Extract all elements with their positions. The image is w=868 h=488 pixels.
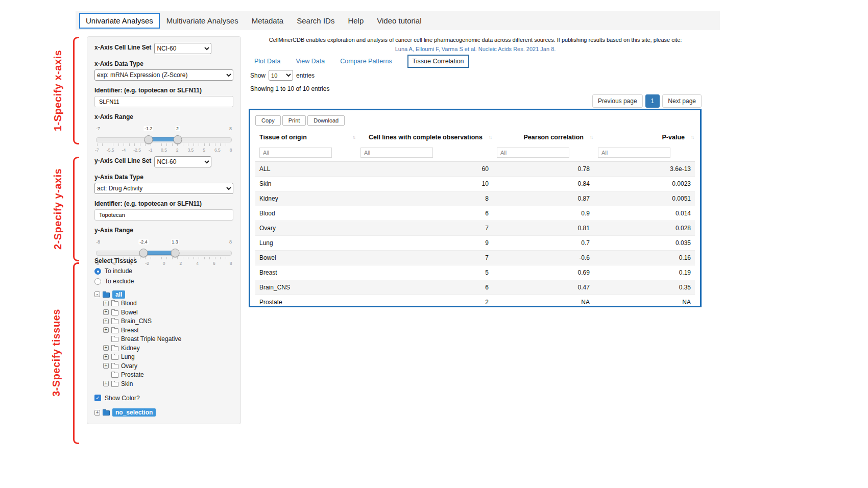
tree-node[interactable]: + Bowel — [103, 308, 233, 317]
table-row[interactable]: ALL 60 0.78 3.6e-13 — [255, 162, 695, 177]
include-radio-row[interactable]: To include — [94, 267, 233, 275]
exclude-radio[interactable] — [94, 278, 101, 285]
tree-node-all[interactable]: - all — [94, 290, 233, 299]
analysis-tab[interactable]: Tissue Correlation — [407, 55, 469, 68]
tree-node-label: Skin — [121, 380, 133, 387]
filter-input-p-value[interactable] — [598, 148, 670, 158]
tree-node[interactable]: + Lung — [103, 353, 233, 362]
analysis-tab[interactable]: View Data — [296, 58, 325, 65]
tree-node[interactable]: Breast Triple Negative — [103, 335, 233, 344]
tree-node-label: Ovary — [121, 362, 137, 370]
table-row[interactable]: Brain_CNS 6 0.47 0.35 — [255, 280, 695, 295]
tissue-cell: Ovary — [255, 221, 356, 236]
tissue-correlation-panel: Copy Print Download Tissue of origin ↑↓ — [249, 109, 702, 307]
table-row[interactable]: Kidney 8 0.87 0.0051 — [255, 191, 695, 206]
export-button[interactable]: Copy — [255, 115, 281, 126]
nav-tab[interactable]: Univariate Analyses — [79, 13, 160, 29]
tree-node-no-selection[interactable]: + no_selection — [94, 408, 233, 418]
slider-handle-from[interactable] — [139, 249, 148, 257]
nav-tab[interactable]: Multivariate Analyses — [160, 13, 245, 29]
y-axis-section: y-Axis Cell Line Set NCI-60 y-Axis Data … — [94, 156, 233, 272]
x-cell-line-set-select[interactable]: NCI-60 — [154, 43, 211, 54]
table-row[interactable]: Breast 5 0.69 0.19 — [255, 265, 695, 280]
exclude-radio-row[interactable]: To exclude — [94, 278, 233, 285]
folder-icon — [111, 319, 118, 324]
y-data-type-select[interactable]: act: Drug Activity — [94, 183, 233, 194]
slider-handle-to[interactable] — [173, 135, 182, 144]
expand-icon[interactable]: + — [103, 381, 109, 386]
page-length-select[interactable]: 10 — [269, 70, 293, 81]
slider-handle-from[interactable] — [144, 135, 153, 144]
expand-icon[interactable]: + — [103, 345, 109, 351]
collapse-icon[interactable]: - — [94, 291, 100, 297]
expand-icon[interactable]: + — [103, 309, 109, 315]
export-button[interactable]: Download — [307, 115, 345, 126]
pearson-cell: 0.9 — [493, 206, 594, 221]
expand-icon[interactable]: + — [103, 327, 109, 333]
folder-icon — [111, 337, 118, 342]
column-header[interactable]: P-value ↑↓ — [594, 131, 695, 144]
table-row[interactable]: Blood 6 0.9 0.014 — [255, 206, 695, 221]
tissue-cell: Lung — [255, 236, 356, 251]
export-button[interactable]: Print — [282, 115, 306, 126]
pearson-cell: 0.7 — [493, 236, 594, 251]
y-cell-line-set-select[interactable]: NCI-60 — [154, 156, 211, 167]
tree-node[interactable]: + Ovary — [103, 361, 233, 371]
expand-icon[interactable]: + — [103, 301, 109, 306]
show-color-row[interactable]: ✓ Show Color? — [94, 395, 233, 402]
table-row[interactable]: Lung 9 0.7 0.035 — [255, 236, 695, 251]
p-value-cell: 0.014 — [594, 206, 695, 221]
filter-input-cell-lines[interactable] — [360, 148, 433, 158]
slider-handle-to[interactable] — [171, 249, 179, 257]
filter-input-tissue[interactable] — [259, 148, 332, 158]
current-page-button[interactable]: 1 — [645, 94, 660, 108]
x-identifier-label: Identifier: (e.g. topotecan or SLFN11) — [94, 87, 233, 94]
p-value-cell: 0.0051 — [594, 191, 695, 206]
table-row[interactable]: Bowel 7 -0.6 0.16 — [255, 251, 695, 265]
expand-icon[interactable]: + — [103, 354, 109, 360]
tree-node[interactable]: + Skin — [103, 379, 233, 388]
nav-tab[interactable]: Search IDs — [290, 13, 341, 29]
x-identifier-input[interactable] — [94, 96, 233, 107]
p-value-cell: 0.16 — [594, 251, 695, 265]
sort-icon[interactable]: ↑↓ — [352, 135, 355, 140]
tree-node-label: Breast — [121, 327, 139, 334]
sort-icon[interactable]: ↑↓ — [691, 135, 693, 140]
column-header[interactable]: Cell lines with complete observations ↑↓ — [356, 131, 493, 144]
x-axis-range-slider[interactable]: -7 8 -1.2 2 -7-5.5-4-2.5-10.523.556.58 — [96, 133, 232, 158]
column-header[interactable]: Tissue of origin ↑↓ — [255, 131, 356, 144]
entries-label: entries — [296, 72, 315, 79]
column-header[interactable]: Pearson correlation ↑↓ — [493, 131, 594, 144]
analysis-tab[interactable]: Compare Patterns — [340, 58, 392, 65]
citation-text: CellMinerCDB enables exploration and ana… — [249, 37, 702, 43]
x-data-type-select[interactable]: exp: mRNA Expression (Z-Score) — [94, 69, 233, 81]
expand-icon[interactable]: + — [103, 319, 109, 324]
expand-icon[interactable]: + — [103, 363, 109, 369]
sort-icon[interactable]: ↑↓ — [489, 135, 491, 140]
pagination: Previous page 1 Next page — [592, 94, 702, 108]
tree-node[interactable]: + Brain_CNS — [103, 317, 233, 326]
table-row[interactable]: Skin 10 0.84 0.0023 — [255, 177, 695, 191]
analysis-tab[interactable]: Plot Data — [254, 58, 280, 65]
tree-node[interactable]: + Kidney — [103, 344, 233, 353]
include-radio[interactable] — [94, 268, 101, 275]
pearson-cell: 0.84 — [493, 177, 594, 191]
cell-lines-cell: 6 — [356, 280, 493, 295]
nav-tab[interactable]: Help — [341, 13, 370, 29]
range-min-label: -7 — [96, 126, 100, 131]
sort-icon[interactable]: ↑↓ — [590, 135, 592, 140]
table-row[interactable]: Ovary 7 0.81 0.028 — [255, 221, 695, 236]
previous-page-button[interactable]: Previous page — [592, 94, 643, 108]
tree-node[interactable]: + Breast — [103, 326, 233, 335]
tree-node[interactable]: Prostate — [103, 371, 233, 380]
table-row[interactable]: Prostate 2 NA NA — [255, 295, 695, 310]
tree-node[interactable]: + Blood — [103, 299, 233, 308]
nav-tab[interactable]: Metadata — [245, 13, 291, 29]
citation-link[interactable]: Luna A, Elloumi F, Varma S et al. Nuclei… — [249, 46, 702, 52]
next-page-button[interactable]: Next page — [662, 94, 702, 108]
nav-tab[interactable]: Video tutorial — [370, 13, 428, 29]
show-color-checkbox[interactable]: ✓ — [94, 395, 101, 401]
filter-input-pearson[interactable] — [497, 148, 569, 158]
expand-icon[interactable]: + — [94, 410, 100, 416]
y-identifier-input[interactable] — [94, 209, 233, 221]
